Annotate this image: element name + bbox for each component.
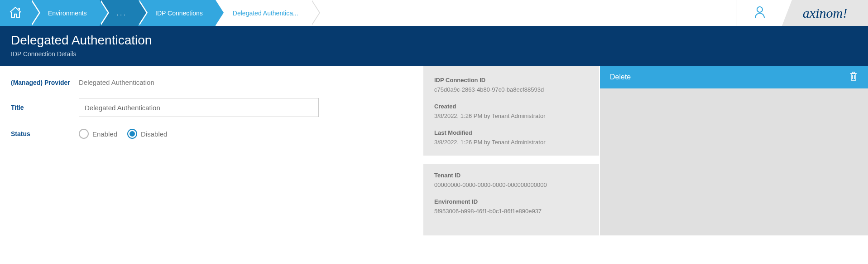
meta-label: Last Modified <box>434 129 588 136</box>
delete-button-label: Delete <box>610 73 631 81</box>
meta-label: Created <box>434 103 588 110</box>
meta-value: 5f953006-b998-46f1-b0c1-86f1e890e937 <box>434 208 588 215</box>
status-radio-group: Enabled Disabled <box>79 129 167 139</box>
provider-value: Delegated Authentication <box>79 78 154 86</box>
topbar-spacer <box>311 0 737 26</box>
meta-label: Environment ID <box>434 198 588 205</box>
status-radio-disabled[interactable]: Disabled <box>127 129 167 139</box>
form-row-title: Title <box>11 98 412 117</box>
brand-text: axinom! <box>803 5 847 21</box>
topbar-right: axinom! <box>737 0 868 26</box>
page-subtitle: IDP Connection Details <box>11 50 857 58</box>
status-radio-enabled[interactable]: Enabled <box>79 129 117 139</box>
brand-logo: axinom! <box>782 0 868 26</box>
home-icon <box>8 6 23 20</box>
breadcrumb-home[interactable] <box>0 0 31 26</box>
meta-value: c75d0a9c-2863-4b80-97c0-ba8ecf88593d <box>434 86 588 93</box>
user-menu-button[interactable] <box>737 0 782 26</box>
breadcrumb-idp-connections[interactable]: IDP Connections <box>138 0 216 26</box>
radio-dot-icon <box>79 129 89 139</box>
topbar: Environments . . . IDP Connections Deleg… <box>0 0 868 26</box>
breadcrumb-environments[interactable]: Environments <box>31 0 100 26</box>
meta-idp-connection-id: IDP Connection ID c75d0a9c-2863-4b80-97c… <box>434 77 588 93</box>
breadcrumb-label: . . . <box>117 10 125 17</box>
actions-column: Delete <box>600 66 868 235</box>
meta-environment-id: Environment ID 5f953006-b998-46f1-b0c1-8… <box>434 198 588 215</box>
radio-label: Disabled <box>141 130 167 138</box>
form-row-status: Status Enabled Disabled <box>11 129 412 139</box>
meta-last-modified: Last Modified 3/8/2022, 1:26 PM by Tenan… <box>434 129 588 146</box>
page-header: Delegated Authentication IDP Connection … <box>0 26 868 66</box>
breadcrumb-label: Delegated Authentica... <box>233 10 298 17</box>
form-column: (Managed) Provider Delegated Authenticat… <box>0 66 423 235</box>
svg-point-0 <box>757 7 762 12</box>
radio-label: Enabled <box>92 130 117 138</box>
meta-created: Created 3/8/2022, 1:26 PM by Tenant Admi… <box>434 103 588 119</box>
meta-column: IDP Connection ID c75d0a9c-2863-4b80-97c… <box>423 66 600 235</box>
meta-value: 00000000-0000-0000-0000-000000000000 <box>434 181 588 188</box>
page-title: Delegated Authentication <box>11 33 857 48</box>
status-label: Status <box>11 130 79 137</box>
meta-tenant-id: Tenant ID 00000000-0000-0000-0000-000000… <box>434 172 588 188</box>
meta-value: 3/8/2022, 1:26 PM by Tenant Administrato… <box>434 112 588 119</box>
meta-separator <box>423 156 599 164</box>
provider-label: (Managed) Provider <box>11 79 79 86</box>
form-row-provider: (Managed) Provider Delegated Authenticat… <box>11 78 412 86</box>
breadcrumb-label: Environments <box>48 10 87 17</box>
breadcrumb: Environments . . . IDP Connections Deleg… <box>0 0 311 26</box>
main: (Managed) Provider Delegated Authenticat… <box>0 66 868 235</box>
meta-value: 3/8/2022, 1:26 PM by Tenant Administrato… <box>434 139 588 146</box>
delete-button[interactable]: Delete <box>600 66 868 88</box>
user-icon <box>754 5 766 20</box>
title-label: Title <box>11 104 79 111</box>
trash-icon <box>849 71 858 83</box>
breadcrumb-current: Delegated Authentica... <box>216 0 311 26</box>
radio-dot-icon <box>127 129 137 139</box>
meta-label: Tenant ID <box>434 172 588 179</box>
meta-label: IDP Connection ID <box>434 77 588 83</box>
title-input[interactable] <box>79 98 319 117</box>
breadcrumb-label: IDP Connections <box>155 10 203 17</box>
